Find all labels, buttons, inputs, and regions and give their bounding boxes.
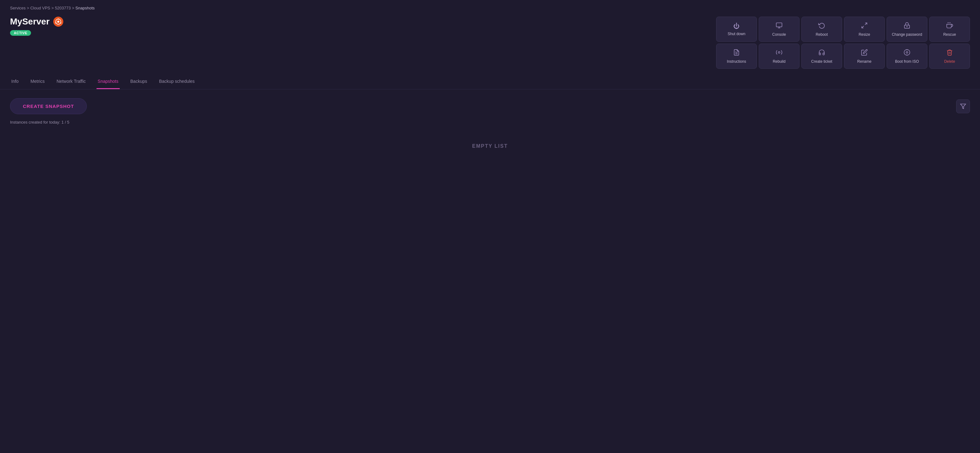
header-area: MyServer ACTIVE ⏻ Shut down xyxy=(0,13,980,75)
instructions-label: Instructions xyxy=(727,59,746,64)
reboot-button[interactable]: Reboot xyxy=(801,17,842,42)
console-label: Console xyxy=(772,32,786,37)
create-snapshot-button[interactable]: CREATE SNAPSHOT xyxy=(10,98,87,114)
tab-info[interactable]: Info xyxy=(10,75,20,89)
create-ticket-button[interactable]: Create ticket xyxy=(801,44,842,69)
shutdown-icon: ⏻ xyxy=(733,22,740,30)
server-info: MyServer ACTIVE xyxy=(10,17,63,36)
delete-button[interactable]: Delete xyxy=(929,44,970,69)
rescue-icon xyxy=(946,22,953,30)
breadcrumb: Services > Cloud VPS > 5203773 > Snapsho… xyxy=(0,0,980,13)
boot-from-iso-icon xyxy=(904,49,910,57)
boot-from-iso-button[interactable]: Boot from ISO xyxy=(887,44,928,69)
svg-point-9 xyxy=(907,26,907,27)
instructions-icon xyxy=(733,49,740,57)
content-area: CREATE SNAPSHOT Instances created for to… xyxy=(0,89,980,158)
console-icon xyxy=(776,22,783,30)
rename-icon xyxy=(861,49,868,57)
create-ticket-icon xyxy=(818,49,825,57)
filter-icon xyxy=(960,103,966,110)
tab-network-traffic[interactable]: Network Traffic xyxy=(55,75,87,89)
rescue-button[interactable]: Rescue xyxy=(929,17,970,42)
server-name-row: MyServer xyxy=(10,17,63,27)
boot-from-iso-label: Boot from ISO xyxy=(895,59,919,64)
rename-label: Rename xyxy=(857,59,871,64)
rebuild-icon xyxy=(776,49,783,57)
change-password-button[interactable]: Change password xyxy=(887,17,928,42)
svg-line-7 xyxy=(862,26,864,28)
filter-button[interactable] xyxy=(956,99,970,113)
tab-snapshots[interactable]: Snapshots xyxy=(97,75,120,89)
instructions-button[interactable]: Instructions xyxy=(716,44,757,69)
svg-point-2 xyxy=(58,19,59,19)
rescue-label: Rescue xyxy=(943,32,956,37)
svg-point-17 xyxy=(906,51,908,53)
svg-marker-20 xyxy=(961,104,966,108)
shut-down-label: Shut down xyxy=(728,32,746,36)
reboot-label: Reboot xyxy=(816,32,828,37)
breadcrumb-server-id[interactable]: 5203773 xyxy=(55,6,71,10)
create-ticket-label: Create ticket xyxy=(811,59,832,64)
console-button[interactable]: Console xyxy=(759,17,799,42)
svg-point-15 xyxy=(778,51,780,53)
tabs-row: Info Metrics Network Traffic Snapshots B… xyxy=(0,75,980,89)
resize-icon xyxy=(861,22,868,30)
snapshots-top-bar: CREATE SNAPSHOT xyxy=(10,98,970,114)
ubuntu-icon xyxy=(53,17,63,27)
action-buttons-grid: ⏻ Shut down Console Reboot xyxy=(716,17,970,69)
delete-label: Delete xyxy=(944,59,955,64)
instances-info: Instances created for today: 1 / 5 xyxy=(10,120,970,124)
change-password-icon xyxy=(904,22,910,30)
svg-rect-5 xyxy=(776,22,782,27)
breadcrumb-cloudvps[interactable]: Cloud VPS xyxy=(30,6,51,10)
rename-button[interactable]: Rename xyxy=(844,44,885,69)
shut-down-button[interactable]: ⏻ Shut down xyxy=(716,17,757,42)
rebuild-button[interactable]: Rebuild xyxy=(759,44,799,69)
svg-line-6 xyxy=(865,22,867,24)
reboot-icon xyxy=(818,22,825,30)
rebuild-label: Rebuild xyxy=(773,59,786,64)
resize-label: Resize xyxy=(859,32,870,37)
status-badge: ACTIVE xyxy=(10,30,63,36)
svg-point-1 xyxy=(57,21,60,23)
svg-point-3 xyxy=(60,22,61,24)
server-name: MyServer xyxy=(10,17,49,27)
breadcrumb-current: Snapshots xyxy=(76,6,95,10)
resize-button[interactable]: Resize xyxy=(844,17,885,42)
change-password-label: Change password xyxy=(892,32,922,37)
breadcrumb-services[interactable]: Services xyxy=(10,6,26,10)
tab-backup-schedules[interactable]: Backup schedules xyxy=(158,75,196,89)
delete-icon xyxy=(946,49,953,57)
empty-list-label: EMPTY LIST xyxy=(10,144,970,149)
tab-metrics[interactable]: Metrics xyxy=(29,75,46,89)
svg-point-4 xyxy=(56,22,56,24)
tab-backups[interactable]: Backups xyxy=(129,75,148,89)
